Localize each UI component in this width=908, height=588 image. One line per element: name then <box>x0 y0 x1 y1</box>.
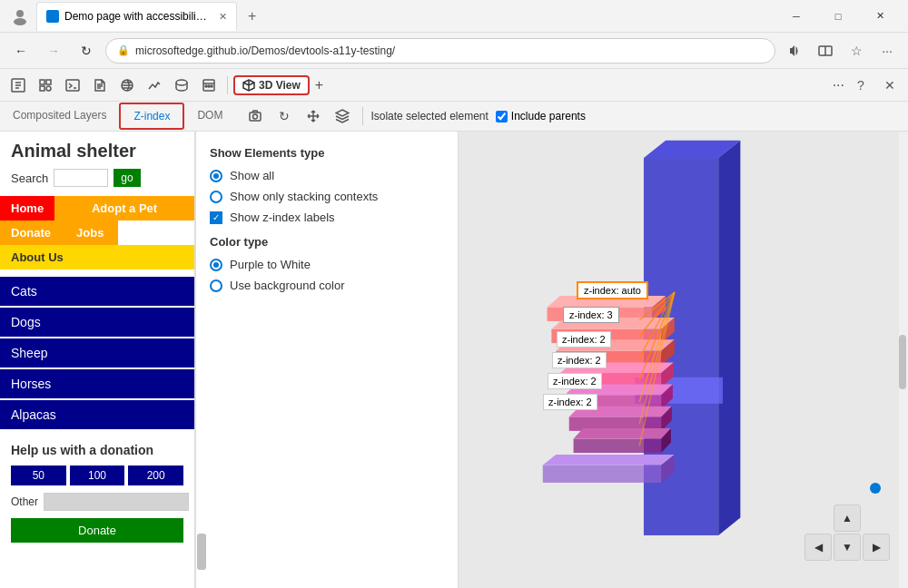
nav-donate-button[interactable]: Donate <box>0 220 62 245</box>
show-zindex-labels-option[interactable]: ✓ Show z-index labels <box>210 211 443 224</box>
purple-to-white-label: Purple to White <box>230 258 311 271</box>
svg-marker-38 <box>574 428 671 439</box>
show-all-radio[interactable] <box>210 170 222 182</box>
nav-controls: ▲ ◀ ▼ ▶ <box>804 483 890 561</box>
subtabs-area: Composited Layers Z-index DOM <box>0 102 235 131</box>
favorites-button[interactable]: ☆ <box>843 37 870 64</box>
nav-up-button[interactable]: ▲ <box>834 505 861 532</box>
website-scrollbar[interactable] <box>195 132 196 588</box>
purple-to-white-radio[interactable] <box>210 259 222 271</box>
svg-point-8 <box>176 80 187 85</box>
svg-rect-40 <box>543 466 662 483</box>
list-item-horses[interactable]: Horses <box>0 369 194 398</box>
browser-frame: Demo page with accessibility iss ✕ + ─ □… <box>0 0 908 588</box>
show-all-option[interactable]: Show all <box>210 169 443 182</box>
read-aloud-button[interactable] <box>781 37 808 64</box>
styles-panel-button[interactable] <box>33 73 58 98</box>
website-panel-wrapper: Animal shelter Search go Home Adopt a Pe… <box>0 132 195 588</box>
application-panel-button[interactable] <box>196 73 222 98</box>
tab-dom[interactable]: DOM <box>184 103 235 129</box>
nav-adopt-button[interactable]: Adopt a Pet <box>54 196 194 220</box>
empty-cell-1 <box>804 505 832 532</box>
forward-button[interactable]: → <box>40 37 67 64</box>
nav-row-3: About Us <box>0 245 194 270</box>
3d-view-label: 3D View <box>259 79 301 92</box>
memory-panel-button[interactable] <box>169 73 194 98</box>
include-parents-checkbox[interactable]: Include parents <box>496 110 586 122</box>
devtools-right-controls: ··· ? ✕ <box>833 73 903 98</box>
screenshot-button[interactable] <box>242 103 268 129</box>
purple-to-white-option[interactable]: Purple to White <box>210 258 443 271</box>
nav-left-button[interactable]: ◀ <box>804 534 832 561</box>
other-amount-input[interactable] <box>44 493 189 511</box>
sources-panel-button[interactable] <box>87 73 113 98</box>
elements-panel-button[interactable] <box>5 73 31 98</box>
3d-view-scrollbar[interactable] <box>899 132 908 588</box>
use-bg-color-option[interactable]: Use background color <box>210 279 443 292</box>
show-zindex-checkbox[interactable]: ✓ <box>210 211 222 224</box>
nav-jobs-button[interactable]: Jobs <box>62 220 118 245</box>
active-tab[interactable]: Demo page with accessibility iss ✕ <box>36 2 237 31</box>
close-devtools-button[interactable]: ✕ <box>877 73 903 98</box>
tab-z-index[interactable]: Z-index <box>119 103 184 130</box>
3d-scrollbar-thumb[interactable] <box>899 335 906 389</box>
console-panel-button[interactable] <box>60 73 85 98</box>
nav-about-link[interactable]: About Us <box>11 250 64 264</box>
search-input[interactable] <box>54 169 108 187</box>
list-item-alpacas[interactable]: Alpacas <box>0 400 194 429</box>
tab-favicon <box>46 10 59 23</box>
back-button[interactable]: ← <box>7 37 35 64</box>
help-button[interactable]: ? <box>848 73 873 98</box>
split-view-button[interactable] <box>812 37 839 64</box>
refresh-view-button[interactable]: ↻ <box>271 103 297 129</box>
url-text: microsoftedge.github.io/Demos/devtools-a… <box>135 44 395 57</box>
layers-button[interactable] <box>330 103 355 129</box>
position-indicator <box>870 483 881 494</box>
maximize-button[interactable]: □ <box>817 0 859 33</box>
refresh-button[interactable]: ↻ <box>73 37 100 64</box>
website-panel: Animal shelter Search go Home Adopt a Pe… <box>0 132 195 588</box>
nav-menu: Home Adopt a Pet Donate Jobs About Us <box>0 196 194 270</box>
show-all-label: Show all <box>230 169 274 182</box>
url-box[interactable]: 🔒 microsoftedge.github.io/Demos/devtools… <box>105 38 775 64</box>
profile-icon[interactable] <box>7 4 33 29</box>
nav-down-button[interactable]: ▼ <box>834 534 861 561</box>
use-bg-color-radio[interactable] <box>210 279 222 292</box>
more-button[interactable]: ··· <box>873 37 901 64</box>
svg-marker-17 <box>718 141 740 535</box>
list-item-cats[interactable]: Cats <box>0 277 194 306</box>
amount-50-button[interactable]: 50 <box>11 466 66 485</box>
svg-point-12 <box>211 85 212 87</box>
amount-200-button[interactable]: 200 <box>128 466 183 485</box>
donation-section: Help us with a donation 50 100 200 Other… <box>0 431 194 554</box>
lock-icon: 🔒 <box>117 44 130 56</box>
include-parents-input[interactable] <box>496 111 508 122</box>
scrollbar-thumb[interactable] <box>197 534 206 570</box>
3d-view-button[interactable]: 3D View <box>233 75 310 95</box>
go-button[interactable]: go <box>114 169 140 187</box>
tab-close-button[interactable]: ✕ <box>219 11 227 23</box>
minimize-button[interactable]: ─ <box>775 0 817 33</box>
amount-100-button[interactable]: 100 <box>70 466 125 485</box>
list-item-sheep[interactable]: Sheep <box>0 338 194 368</box>
donate-button[interactable]: Donate <box>11 518 183 543</box>
tab-composited-layers[interactable]: Composited Layers <box>0 103 119 129</box>
add-panel-button[interactable]: + <box>311 77 327 93</box>
nav-right-button[interactable]: ▶ <box>863 534 890 561</box>
network-panel-button[interactable] <box>114 73 140 98</box>
new-tab-button[interactable]: + <box>241 8 263 24</box>
donation-amounts: 50 100 200 <box>11 466 183 485</box>
show-stacking-radio[interactable] <box>210 191 222 203</box>
nav-home-button[interactable]: Home <box>0 196 54 220</box>
show-elements-title: Show Elements type <box>210 146 443 160</box>
pan-button[interactable] <box>301 103 326 129</box>
more-tools-button[interactable]: ··· <box>833 77 844 93</box>
close-button[interactable]: ✕ <box>859 0 901 33</box>
list-item-dogs[interactable]: Dogs <box>0 308 194 337</box>
zindex-label-2a: z-index: 2 <box>557 331 611 348</box>
svg-point-1 <box>14 18 26 25</box>
performance-panel-button[interactable] <box>142 73 167 98</box>
show-elements-radio-group: Show all Show only stacking contexts ✓ S… <box>210 169 443 224</box>
show-stacking-option[interactable]: Show only stacking contexts <box>210 190 443 203</box>
svg-point-10 <box>205 85 207 87</box>
